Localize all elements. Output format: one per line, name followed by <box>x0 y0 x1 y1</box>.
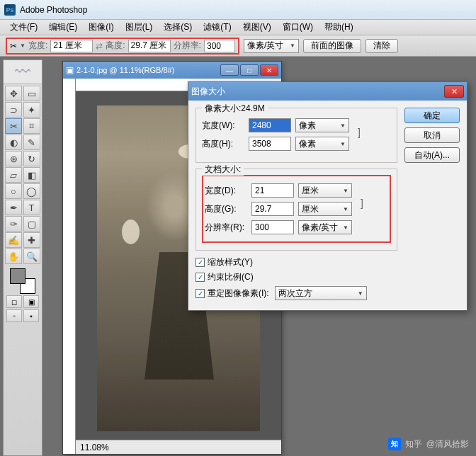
zoom-level[interactable]: 11.08% <box>80 443 109 452</box>
width-w-unit[interactable]: 像素▼ <box>295 118 349 132</box>
front-image-button[interactable]: 前面的图像 <box>303 39 361 53</box>
screenmode-icon[interactable]: ▣ <box>23 295 39 308</box>
document-titlebar[interactable]: ▣ 2-1-0.jpg @ 11.1%(RGB/8#) — □ ✕ <box>63 62 281 79</box>
height-label: 高度: <box>106 40 125 52</box>
auto-button[interactable]: 自动(A)... <box>404 147 460 163</box>
color-swatches: ◻ ▣ ▫ ▪ <box>4 266 42 325</box>
menu-layer[interactable]: 图层(L) <box>121 20 157 35</box>
watermark-brand: 知乎 <box>405 438 422 450</box>
image-size-dialog: 图像大小 ✕ 像素大小:24.9M 宽度(W): 像素▼ ] 高度(H): 像素… <box>188 81 468 311</box>
height-input[interactable] <box>128 40 171 52</box>
wand-tool[interactable]: ✦ <box>23 102 40 118</box>
pixel-legend: 像素大小:24.9M <box>202 103 268 115</box>
quickmask-icon[interactable]: ◻ <box>6 295 22 308</box>
toolbox: 〰 ✥ ▭ ⊃ ✦ ✂ ⌗ ◐ ✎ ⊛ ↻ ▱ ◧ ○ ◯ ✒ T ✑ ▢ ✍ … <box>3 59 42 456</box>
height-h-unit[interactable]: 像素▼ <box>295 137 349 151</box>
minimize-button[interactable]: — <box>220 64 239 76</box>
move-tool[interactable]: ✥ <box>5 86 22 101</box>
menu-image[interactable]: 图像(I) <box>84 20 118 35</box>
height-g-unit[interactable]: 厘米▼ <box>298 202 352 216</box>
res-r-input[interactable] <box>251 220 294 234</box>
resolution-label: 分辨率: <box>174 40 201 52</box>
width-w-input[interactable] <box>249 118 291 132</box>
document-size-group: 文档大小: 宽度(D): 厘米▼ ] 高度(G): 厘米▼ 分辨率(R): <box>196 169 397 251</box>
menu-file[interactable]: 文件(F) <box>6 20 42 35</box>
height-h-input[interactable] <box>249 137 291 151</box>
menu-select[interactable]: 选择(S) <box>159 20 196 35</box>
scale-styles-checkbox[interactable]: ✓ <box>196 258 205 267</box>
crop-tool[interactable]: ✂ <box>5 118 22 134</box>
doc-legend: 文档大小: <box>202 164 244 176</box>
type-tool[interactable]: T <box>23 200 40 215</box>
menu-edit[interactable]: 编辑(E) <box>45 20 81 35</box>
zhihu-icon: 知 <box>388 438 401 450</box>
mode-b-icon[interactable]: ▪ <box>23 309 39 322</box>
zoom-tool[interactable]: 🔍 <box>23 249 40 264</box>
swap-icon[interactable]: ⇄ <box>96 41 103 51</box>
doc-icon: ▣ <box>66 65 74 75</box>
photoshop-icon: Ps <box>4 4 16 16</box>
close-button[interactable]: ✕ <box>260 64 278 76</box>
eraser-tool[interactable]: ▱ <box>5 167 22 183</box>
pen-tool[interactable]: ✑ <box>5 216 22 232</box>
shape-tool[interactable]: ▢ <box>23 216 40 232</box>
height-g-input[interactable] <box>251 202 294 216</box>
dialog-titlebar[interactable]: 图像大小 ✕ <box>188 82 467 101</box>
foreground-color[interactable] <box>10 268 26 284</box>
width-d-unit[interactable]: 厘米▼ <box>298 183 352 198</box>
maximize-button[interactable]: □ <box>240 64 259 76</box>
menu-filter[interactable]: 滤镜(T) <box>199 20 235 35</box>
resolution-input[interactable] <box>204 40 235 52</box>
eyedropper-tool[interactable]: ✚ <box>23 232 40 248</box>
marquee-tool[interactable]: ▭ <box>23 86 40 101</box>
options-bar: ✂ ▼ 宽度: ⇄ 高度: 分辨率: 像素/英寸▼ 前面的图像 清除 <box>0 35 476 57</box>
width-d-input[interactable] <box>251 183 294 198</box>
height-g-label: 高度(G): <box>205 203 247 215</box>
dodge-tool[interactable]: ◯ <box>23 183 40 199</box>
crop-tool-icon[interactable]: ✂ <box>10 41 17 51</box>
ok-button[interactable]: 确定 <box>404 108 460 123</box>
cancel-button[interactable]: 取消 <box>404 127 460 143</box>
path-tool[interactable]: ✒ <box>5 200 22 215</box>
constrain-checkbox[interactable]: ✓ <box>196 273 205 282</box>
history-brush-tool[interactable]: ↻ <box>23 151 40 166</box>
brush-tool[interactable]: ✎ <box>23 135 40 150</box>
width-label: 宽度: <box>28 40 47 52</box>
menu-window[interactable]: 窗口(W) <box>278 20 317 35</box>
width-w-label: 宽度(W): <box>202 120 244 132</box>
resample-checkbox[interactable]: ✓ <box>196 289 205 298</box>
slice-tool[interactable]: ⌗ <box>23 118 40 134</box>
clear-button[interactable]: 清除 <box>366 39 398 53</box>
res-r-label: 分辨率(R): <box>205 222 247 234</box>
doc-highlight: 宽度(D): 厘米▼ ] 高度(G): 厘米▼ 分辨率(R): 像素/英寸▼ <box>202 175 391 243</box>
pixel-dimensions-group: 像素大小:24.9M 宽度(W): 像素▼ ] 高度(H): 像素▼ <box>196 108 397 163</box>
app-title: Adobe Photoshop <box>20 5 87 15</box>
res-r-unit[interactable]: 像素/英寸▼ <box>298 220 352 234</box>
watermark-author: @清风拾影 <box>426 438 469 450</box>
link-icon[interactable]: ] <box>358 127 361 138</box>
menu-help[interactable]: 帮助(H) <box>320 20 358 35</box>
resample-label: 重定图像像素(I): <box>208 287 269 300</box>
heal-tool[interactable]: ◐ <box>5 135 22 150</box>
dropdown-icon[interactable]: ▼ <box>20 42 26 49</box>
dialog-title: 图像大小 <box>191 86 225 98</box>
dialog-close-button[interactable]: ✕ <box>444 85 464 98</box>
options-highlight: ✂ ▼ 宽度: ⇄ 高度: 分辨率: <box>6 38 239 55</box>
notes-tool[interactable]: ✍ <box>5 232 22 248</box>
resample-method-dropdown[interactable]: 两次立方▼ <box>275 286 367 300</box>
mode-a-icon[interactable]: ▫ <box>6 309 22 322</box>
width-input[interactable] <box>50 40 93 52</box>
gradient-tool[interactable]: ◧ <box>23 167 40 183</box>
menubar: 文件(F) 编辑(E) 图像(I) 图层(L) 选择(S) 滤镜(T) 视图(V… <box>0 20 476 35</box>
blur-tool[interactable]: ○ <box>5 183 22 199</box>
feather-icon: 〰 <box>4 60 42 84</box>
link-icon-2[interactable]: ] <box>361 198 363 209</box>
menu-view[interactable]: 视图(V) <box>239 20 276 35</box>
watermark: 知 知乎 @清风拾影 <box>388 438 469 450</box>
unit-dropdown[interactable]: 像素/英寸▼ <box>244 39 299 53</box>
lasso-tool[interactable]: ⊃ <box>5 102 22 118</box>
constrain-label: 约束比例(C) <box>208 271 254 283</box>
stamp-tool[interactable]: ⊛ <box>5 151 22 166</box>
hand-tool[interactable]: ✋ <box>5 249 22 264</box>
height-h-label: 高度(H): <box>202 138 244 150</box>
